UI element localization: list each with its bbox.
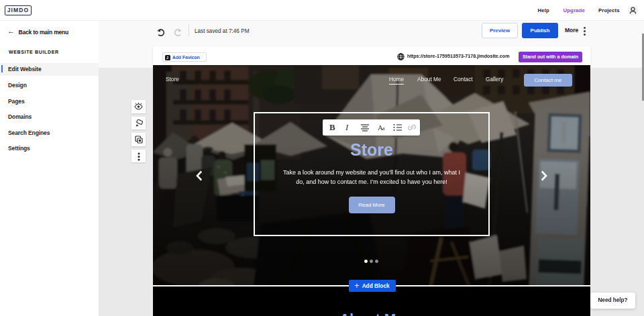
- svg-text:B: B: [329, 122, 335, 132]
- svg-text:I: I: [345, 122, 349, 132]
- svg-text:a: a: [382, 125, 385, 131]
